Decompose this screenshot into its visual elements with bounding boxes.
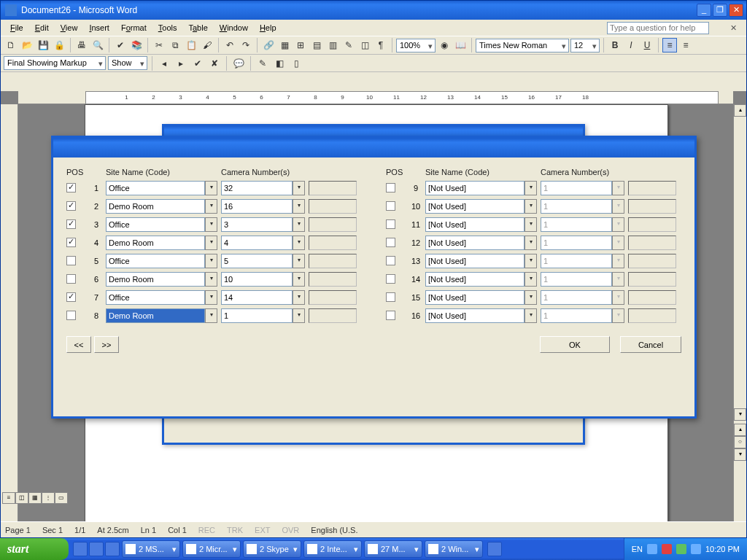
row-checkbox[interactable] <box>66 256 87 267</box>
align-center-icon[interactable]: ≡ <box>678 38 693 52</box>
camera-input[interactable]: 4 <box>221 236 293 250</box>
site-select[interactable]: Office <box>106 181 205 195</box>
site-select[interactable]: [Not Used] <box>425 290 525 305</box>
site-select[interactable]: [Not Used] <box>425 308 525 323</box>
extra-field[interactable] <box>309 217 357 232</box>
tray-chevron-icon[interactable] <box>647 544 657 554</box>
row-checkbox[interactable] <box>386 274 406 285</box>
mdiclose[interactable]: ✕ <box>725 22 742 34</box>
camera-dropdown-icon[interactable]: ▾ <box>293 181 305 195</box>
next-page-button[interactable]: >> <box>94 336 119 353</box>
site-select[interactable]: [Not Used] <box>425 236 525 250</box>
horizontal-ruler[interactable]: 123456789101112131415161718 <box>18 91 733 104</box>
site-select[interactable]: [Not Used] <box>425 181 525 195</box>
zoom-select[interactable]: 100% <box>396 39 436 52</box>
hyperlink-icon[interactable]: 🔗 <box>261 38 276 52</box>
close-button[interactable]: ✕ <box>729 4 743 17</box>
help-search[interactable] <box>607 22 709 34</box>
paste-icon[interactable]: 📋 <box>184 38 198 52</box>
menu-insert[interactable]: Insert <box>84 22 115 34</box>
camera-input[interactable]: 3 <box>221 217 293 232</box>
extra-field[interactable] <box>628 272 676 287</box>
extra-field[interactable] <box>309 199 357 214</box>
extra-field[interactable] <box>309 236 357 250</box>
format-painter-icon[interactable]: 🖌 <box>200 38 214 52</box>
cancel-button[interactable]: Cancel <box>620 336 681 353</box>
taskbar-task[interactable]: 2 Win... ▾ <box>425 540 483 558</box>
save-icon[interactable]: 💾 <box>36 38 50 52</box>
site-dropdown-icon[interactable]: ▾ <box>525 236 537 250</box>
tray-vol-icon[interactable] <box>691 544 701 554</box>
site-dropdown-icon[interactable]: ▾ <box>525 290 537 305</box>
redo-icon[interactable]: ↷ <box>239 38 253 52</box>
taskbar-task[interactable]: 2 Inte... ▾ <box>303 540 362 558</box>
accept-icon[interactable]: ✔ <box>190 56 205 71</box>
vertical-scrollbar[interactable]: ▴ ▾ ▴ ○ ▾ <box>733 104 746 521</box>
site-select[interactable]: Demo Room <box>106 236 205 250</box>
next-page-icon[interactable]: ▾ <box>734 448 746 461</box>
camera-input[interactable]: 1 <box>221 308 293 323</box>
camera-dropdown-icon[interactable]: ▾ <box>293 254 305 268</box>
ql-extra-icon[interactable] <box>487 542 502 556</box>
lang-indicator[interactable]: EN <box>632 545 643 553</box>
open-icon[interactable]: 📂 <box>20 38 34 52</box>
preview-icon[interactable]: 🔍 <box>90 38 105 52</box>
site-dropdown-icon[interactable]: ▾ <box>205 181 217 195</box>
extra-field[interactable] <box>309 272 357 287</box>
row-checkbox[interactable] <box>66 292 87 303</box>
site-select[interactable]: [Not Used] <box>425 254 525 268</box>
bold-icon[interactable]: B <box>608 38 622 52</box>
review-show-select[interactable]: Show <box>108 56 147 70</box>
scroll-down-icon[interactable]: ▾ <box>734 408 746 421</box>
next-change-icon[interactable]: ▸ <box>174 56 188 71</box>
row-checkbox[interactable] <box>66 274 87 285</box>
site-dropdown-icon[interactable]: ▾ <box>525 272 537 287</box>
print-icon[interactable]: 🖶 <box>74 38 89 52</box>
menu-table[interactable]: Table <box>183 22 212 34</box>
site-dropdown-icon[interactable]: ▾ <box>205 217 217 232</box>
camera-input[interactable]: 1 <box>541 290 612 305</box>
taskbar-task[interactable]: 2 Micr... ▾ <box>182 540 241 558</box>
site-select[interactable]: [Not Used] <box>425 217 525 232</box>
camera-dropdown-icon[interactable]: ▾ <box>293 236 305 250</box>
align-left-icon[interactable]: ≡ <box>662 38 677 52</box>
row-checkbox[interactable] <box>386 201 406 212</box>
normal-view-icon[interactable]: ≡ <box>2 492 15 504</box>
camera-input[interactable]: 10 <box>221 272 293 287</box>
cut-icon[interactable]: ✂ <box>152 38 166 52</box>
row-checkbox[interactable] <box>66 201 87 212</box>
site-dropdown-icon[interactable]: ▾ <box>205 254 217 268</box>
extra-field[interactable] <box>309 290 357 305</box>
extra-field[interactable] <box>309 308 357 323</box>
tables-borders-icon[interactable]: ▦ <box>277 38 292 52</box>
site-dropdown-icon[interactable]: ▾ <box>525 254 537 268</box>
help-input[interactable] <box>607 22 709 34</box>
showhide-icon[interactable]: ¶ <box>374 38 388 52</box>
row-checkbox[interactable] <box>386 183 406 194</box>
row-checkbox[interactable] <box>386 311 406 322</box>
research-icon[interactable]: 📚 <box>129 38 144 52</box>
row-checkbox[interactable] <box>66 238 87 249</box>
track-icon[interactable]: ✎ <box>255 56 270 71</box>
fontsize-select[interactable]: 12 <box>570 39 600 52</box>
ok-button[interactable]: OK <box>540 336 610 353</box>
extra-field[interactable] <box>628 254 676 268</box>
maximize-button[interactable]: ❐ <box>713 4 727 17</box>
site-select[interactable]: [Not Used] <box>425 199 525 214</box>
row-checkbox[interactable] <box>386 256 406 267</box>
site-dropdown-icon[interactable]: ▾ <box>205 236 217 250</box>
excel-icon[interactable]: ▤ <box>309 38 324 52</box>
camera-input[interactable]: 1 <box>541 254 612 268</box>
browse-object-icon[interactable]: ○ <box>734 436 746 448</box>
copy-icon[interactable]: ⧉ <box>168 38 182 52</box>
undo-icon[interactable]: ↶ <box>222 38 237 52</box>
site-select[interactable]: Demo Room <box>106 199 205 214</box>
print-view-icon[interactable]: ▦ <box>28 492 42 504</box>
tray-net-icon[interactable] <box>676 544 686 554</box>
camera-input[interactable]: 32 <box>221 181 293 195</box>
spell-icon[interactable]: ✔ <box>113 38 128 52</box>
new-icon[interactable]: 🗋 <box>4 38 18 52</box>
camera-input[interactable]: 1 <box>541 272 612 287</box>
extra-field[interactable] <box>628 181 676 195</box>
reject-icon[interactable]: ✘ <box>207 56 222 71</box>
